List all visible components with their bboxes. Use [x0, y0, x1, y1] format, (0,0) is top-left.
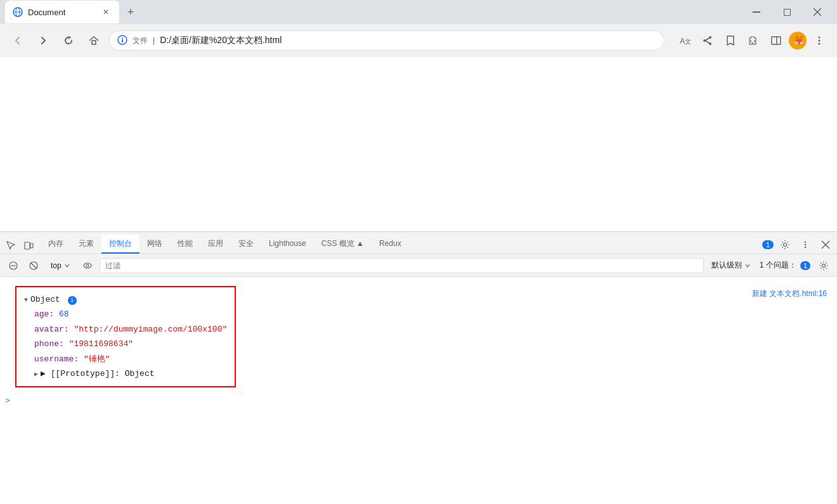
tab-favicon-icon	[13, 7, 23, 17]
page-content: 内存 元素 控制台 网络 性能 应用 安全	[0, 57, 837, 504]
active-tab[interactable]: Document ✕	[5, 1, 119, 23]
svg-rect-7	[92, 41, 96, 44]
devtools-close-icon[interactable]	[817, 236, 834, 254]
avatar-value: "http://dummyimage.com/100x100"	[74, 322, 227, 337]
age-key: age:	[34, 307, 54, 321]
svg-point-26	[805, 244, 807, 246]
more-options-icon[interactable]	[809, 30, 829, 51]
tab-close-button[interactable]: ✕	[100, 6, 112, 18]
maximize-button[interactable]	[772, 0, 801, 24]
tab-console[interactable]: 控制台	[101, 235, 140, 254]
translate-icon[interactable]: A文	[675, 30, 695, 51]
share-icon[interactable]	[697, 30, 718, 51]
console-input-line[interactable]	[0, 394, 837, 408]
minimize-button[interactable]	[742, 0, 771, 24]
svg-line-33	[31, 262, 37, 268]
console-eye-icon[interactable]	[79, 257, 96, 274]
title-bar-left: Document ✕ +	[5, 1, 742, 23]
svg-point-27	[805, 247, 807, 249]
svg-point-19	[819, 37, 821, 39]
console-settings-icon[interactable]	[815, 257, 832, 274]
tab-memory[interactable]: 内存	[41, 235, 71, 254]
tab-redux[interactable]: Redux	[372, 235, 409, 254]
svg-point-21	[819, 43, 821, 45]
extensions-icon[interactable]	[743, 30, 763, 51]
tab-security[interactable]: 安全	[231, 235, 261, 254]
svg-point-13	[709, 36, 711, 39]
svg-point-15	[703, 39, 706, 42]
issues-label: 1 个问题：	[760, 260, 796, 271]
console-content: ▼ Object i age: 68 avatar: "htt	[0, 277, 837, 504]
phone-value: "19811698634"	[69, 337, 133, 351]
tab-application[interactable]: 应用	[200, 235, 231, 254]
devtools-inspect-icon[interactable]	[3, 237, 19, 254]
address-bar: 文件 | D:/桌面/新建%20文本文档.html A文 🦊	[0, 24, 837, 57]
object-root-line[interactable]: ▼ Object i	[24, 292, 227, 307]
svg-rect-3	[753, 11, 760, 13]
object-info-icon[interactable]: i	[68, 296, 77, 305]
devtools-badge: 1	[762, 240, 774, 249]
devtools-more-icon[interactable]	[796, 236, 814, 254]
console-clear-icon[interactable]	[5, 257, 22, 274]
devtools-device-icon[interactable]	[20, 237, 37, 254]
console-object-display: ▼ Object i age: 68 avatar: "htt	[15, 286, 236, 387]
log-level-selector[interactable]: 默认级别	[708, 259, 755, 272]
username-key: username:	[34, 352, 79, 366]
profile-avatar[interactable]: 🦊	[789, 32, 807, 49]
svg-rect-4	[784, 9, 790, 15]
issues-count-badge: 1	[800, 261, 810, 270]
issues-section: 1 个问题： 1	[760, 260, 810, 271]
tab-performance[interactable]: 性能	[170, 235, 200, 254]
prototype-line[interactable]: ▶ ▶ [[Prototype]]: Object	[24, 366, 227, 381]
browser-toolbar-icons: A文 🦊	[675, 30, 829, 51]
source-link[interactable]: 新建 文本文档.html:16	[752, 289, 827, 298]
prototype-label: ▶ [[Prototype]]: Object	[41, 366, 154, 381]
age-field-line: age: 68	[24, 307, 227, 321]
svg-text:文: 文	[685, 38, 691, 45]
sidebar-icon[interactable]	[766, 30, 786, 51]
console-filter-input[interactable]	[100, 258, 704, 273]
devtools-tab-bar: 内存 元素 控制台 网络 性能 应用 安全	[0, 232, 837, 254]
console-block-icon[interactable]	[25, 257, 42, 274]
address-input-wrap[interactable]: 文件 | D:/桌面/新建%20文本文档.html	[109, 30, 665, 51]
object-label: Object	[30, 292, 65, 307]
tab-title: Document	[28, 8, 95, 17]
tab-css-overview[interactable]: CSS 概览 ▲	[314, 235, 372, 254]
object-collapse-arrow[interactable]: ▼	[24, 295, 28, 306]
devtools-toolbar: top 默认级别 1 个问题： 1	[0, 254, 837, 277]
svg-text:A: A	[680, 37, 685, 46]
browser-frame: Document ✕ +	[0, 0, 837, 504]
tab-network[interactable]: 网络	[140, 235, 170, 254]
console-output-area: ▼ Object i age: 68 avatar: "htt	[0, 280, 837, 394]
home-button[interactable]	[84, 30, 104, 51]
close-button[interactable]	[803, 0, 832, 24]
avatar-key: avatar:	[34, 322, 69, 337]
devtools-panel: 内存 元素 控制台 网络 性能 应用 安全	[0, 231, 837, 504]
title-bar: Document ✕ +	[0, 0, 837, 24]
address-info-icon	[117, 35, 127, 47]
devtools-toolbar-right: 默认级别 1 个问题： 1	[708, 257, 832, 274]
svg-point-24	[784, 243, 787, 247]
address-separator: |	[153, 36, 155, 45]
address-url-text: D:/桌面/新建%20文本文档.html	[160, 35, 656, 46]
console-context-selector[interactable]: top	[46, 260, 75, 271]
forward-button[interactable]	[33, 30, 53, 51]
svg-point-35	[86, 264, 89, 267]
source-link-area: 新建 文本文档.html:16	[752, 287, 827, 299]
svg-point-14	[709, 42, 711, 45]
new-tab-button[interactable]: +	[122, 3, 140, 21]
svg-rect-22	[25, 242, 30, 249]
back-button[interactable]	[8, 30, 28, 51]
tab-lighthouse[interactable]: Lighthouse	[261, 235, 314, 254]
svg-point-10	[122, 37, 123, 39]
devtools-settings-icon[interactable]	[776, 236, 794, 254]
svg-point-20	[819, 40, 821, 42]
avatar-field-line: avatar: "http://dummyimage.com/100x100"	[24, 322, 227, 337]
svg-rect-16	[772, 37, 781, 44]
svg-text:🦊: 🦊	[794, 35, 803, 46]
bookmark-icon[interactable]	[720, 30, 741, 51]
reload-button[interactable]	[58, 30, 79, 51]
prototype-expand-arrow[interactable]: ▶	[34, 369, 38, 380]
tab-elements[interactable]: 元素	[71, 235, 101, 254]
age-value: 68	[59, 307, 69, 321]
